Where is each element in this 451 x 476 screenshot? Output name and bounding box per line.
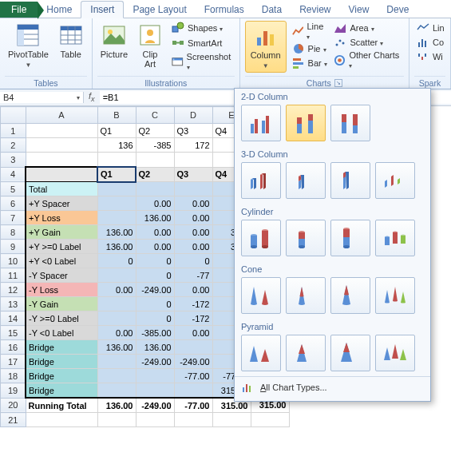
pivottable-button[interactable]: PivotTable▼	[5, 21, 52, 71]
tab-data[interactable]: Data	[253, 2, 291, 18]
tab-developer[interactable]: Deve	[378, 2, 417, 18]
cell[interactable]: -77	[174, 268, 212, 283]
table-button[interactable]: Table	[55, 21, 87, 61]
cell[interactable]: 0	[97, 254, 136, 268]
cell[interactable]	[97, 182, 136, 196]
cell[interactable]: -77.00	[174, 369, 212, 383]
cell[interactable]: Total	[26, 182, 97, 196]
row-header[interactable]: 19	[1, 383, 26, 399]
cell[interactable]	[97, 153, 136, 168]
other-charts-button[interactable]: Other Charts ▾	[331, 50, 404, 70]
tab-view[interactable]: View	[340, 2, 378, 18]
cell[interactable]: -Y Loss	[26, 283, 97, 297]
row-header[interactable]: 16	[1, 340, 26, 355]
area-chart-button[interactable]: Area ▾	[331, 21, 404, 35]
select-all-corner[interactable]	[1, 107, 26, 124]
cell[interactable]	[174, 383, 212, 399]
cell[interactable]: +Y Spacer	[26, 196, 97, 211]
cell[interactable]	[97, 196, 136, 211]
picture-button[interactable]: Picture	[97, 21, 131, 61]
chart-3d-column[interactable]	[375, 162, 415, 199]
cell[interactable]	[97, 268, 136, 283]
cell[interactable]	[26, 138, 97, 153]
row-header[interactable]: 2	[1, 138, 26, 153]
column-chart-button[interactable]: Column▼	[245, 21, 287, 73]
cell[interactable]	[212, 413, 251, 427]
cell[interactable]: 136.00	[97, 398, 136, 413]
chart-pyr-clustered[interactable]	[241, 335, 281, 371]
chart-3d-stacked[interactable]	[286, 162, 326, 199]
cell[interactable]: -385	[136, 138, 174, 153]
cell[interactable]	[136, 153, 174, 168]
cell[interactable]: 0.00	[174, 283, 212, 297]
cell[interactable]: +Y Loss	[26, 211, 97, 225]
cell[interactable]: -Y >=0 Label	[26, 311, 97, 326]
cell[interactable]: +Y Gain	[26, 225, 97, 240]
row-header[interactable]: 5	[1, 182, 26, 196]
chart-2d-clustered[interactable]	[241, 105, 281, 141]
cell[interactable]	[26, 124, 97, 138]
cell[interactable]: Bridge	[26, 369, 97, 383]
chart-3d-stacked100[interactable]	[330, 162, 370, 199]
cell[interactable]: Q2	[136, 167, 174, 182]
cell[interactable]: 0.00	[136, 225, 174, 240]
cell[interactable]: 0.00	[136, 196, 174, 211]
cell[interactable]: -172	[174, 311, 212, 326]
cell[interactable]: 0	[136, 297, 174, 311]
tab-review[interactable]: Review	[291, 2, 339, 18]
cell[interactable]	[174, 340, 212, 355]
chart-cone-stacked100[interactable]	[330, 277, 370, 314]
row-header[interactable]: 18	[1, 369, 26, 383]
cell[interactable]: Q3	[174, 167, 212, 182]
cell[interactable]: -172	[174, 297, 212, 311]
cell[interactable]: Bridge	[26, 383, 97, 399]
sparkline-col-button[interactable]: Co	[414, 35, 447, 50]
cell[interactable]: Bridge	[26, 355, 97, 369]
bar-chart-button[interactable]: Bar ▾	[290, 56, 330, 70]
name-box[interactable]: B4 ▾	[0, 92, 84, 103]
cell[interactable]	[97, 355, 136, 369]
cell[interactable]	[26, 167, 97, 182]
row-header[interactable]: 8	[1, 225, 26, 240]
tab-formulas[interactable]: Formulas	[196, 2, 253, 18]
cell[interactable]: -Y Gain	[26, 297, 97, 311]
row-header[interactable]: 20	[1, 398, 26, 413]
tab-file[interactable]: File	[0, 2, 38, 18]
cell[interactable]	[174, 153, 212, 168]
cell[interactable]: -249.00	[136, 355, 174, 369]
cell[interactable]: -Y <0 Label	[26, 326, 97, 340]
row-header[interactable]: 1	[1, 124, 26, 138]
cell[interactable]	[174, 413, 212, 427]
cell[interactable]	[97, 383, 136, 399]
cell[interactable]: Q3	[174, 124, 212, 138]
chart-cyl-stacked100[interactable]	[330, 220, 370, 256]
tab-home[interactable]: Home	[38, 2, 81, 18]
cell[interactable]: -249.00	[136, 283, 174, 297]
col-header-C[interactable]: C	[136, 107, 174, 124]
cell[interactable]	[251, 413, 289, 427]
tab-pagelayout[interactable]: Page Layout	[124, 2, 195, 18]
row-header[interactable]: 3	[1, 153, 26, 168]
chart-cyl-stacked[interactable]	[286, 220, 326, 256]
cell[interactable]: 0.00	[97, 283, 136, 297]
row-header[interactable]: 14	[1, 311, 26, 326]
chart-2d-stacked100[interactable]	[330, 105, 370, 141]
cell[interactable]: 172	[174, 138, 212, 153]
cell[interactable]: 136.00	[97, 240, 136, 254]
col-header-D[interactable]: D	[174, 107, 212, 124]
cell[interactable]: 0.00	[174, 196, 212, 211]
smartart-button[interactable]: SmartArt	[169, 36, 235, 50]
chart-3d-clustered[interactable]	[241, 162, 281, 199]
cell[interactable]: 0.00	[174, 225, 212, 240]
row-header[interactable]: 15	[1, 326, 26, 340]
row-header[interactable]: 6	[1, 196, 26, 211]
all-chart-types-button[interactable]: All Chart Types...	[235, 376, 430, 398]
row-header[interactable]: 17	[1, 355, 26, 369]
chart-cyl-clustered[interactable]	[241, 220, 281, 256]
shapes-button[interactable]: Shapes ▾	[169, 21, 235, 35]
row-header[interactable]: 7	[1, 211, 26, 225]
sparkline-line-button[interactable]: Lin	[414, 21, 447, 35]
chart-pyr-3d[interactable]	[375, 335, 415, 371]
cell[interactable]: -Y Spacer	[26, 268, 97, 283]
fx-icon[interactable]: fx	[84, 91, 100, 103]
